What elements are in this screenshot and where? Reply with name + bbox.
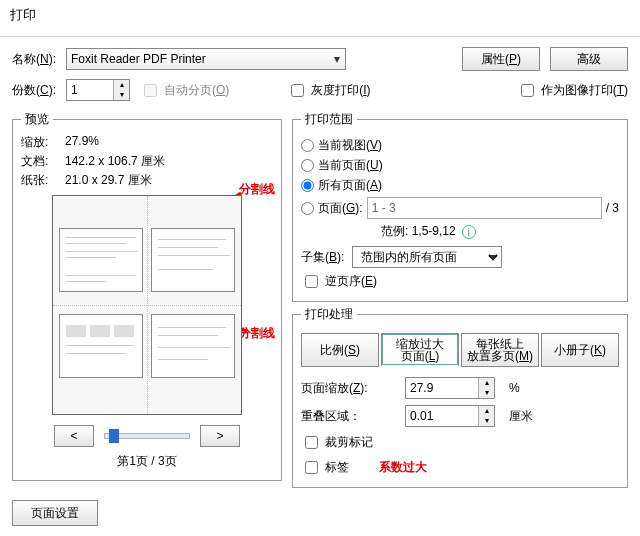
subset-label: 子集(B): — [301, 249, 344, 266]
preview-legend: 预览 — [21, 111, 53, 128]
page-slider[interactable] — [104, 433, 190, 439]
copies-spinner[interactable]: ▴▾ — [66, 79, 130, 101]
print-as-image-checkbox[interactable]: 作为图像打印(T) — [517, 81, 628, 100]
overlap-spinner[interactable]: ▴▾ — [405, 405, 495, 427]
divider — [0, 36, 640, 37]
printer-label: 名称(N): — [12, 51, 56, 68]
tab-multi-page[interactable]: 每张纸上放置多页(M) — [461, 333, 539, 367]
scale-value: 27.9% — [65, 134, 225, 151]
labels-checkbox[interactable]: 标签 — [301, 458, 349, 477]
crop-marks-checkbox[interactable]: 裁剪标记 — [301, 433, 619, 452]
preview-fieldset: 预览 缩放: 27.9% 文档: 142.2 x 106.7 厘米 纸张: 21… — [12, 111, 282, 481]
tab-booklet[interactable]: 小册子(K) — [541, 333, 619, 367]
page-range-input[interactable] — [367, 197, 602, 219]
page-indicator: 第1页 / 3页 — [21, 453, 273, 470]
prev-page-button[interactable]: < — [54, 425, 94, 447]
overlap-label: 重叠区域： — [301, 408, 391, 425]
dialog-title: 打印 — [0, 0, 640, 30]
copies-up[interactable]: ▴ — [113, 80, 129, 90]
print-range-legend: 打印范围 — [301, 111, 357, 128]
overlap-unit: 厘米 — [509, 408, 533, 425]
page-total: / 3 — [606, 201, 619, 215]
zoom-down[interactable]: ▾ — [478, 388, 494, 398]
print-handling-legend: 打印处理 — [301, 306, 357, 323]
scale-label: 缩放: — [21, 134, 65, 151]
copies-label: 份数(C): — [12, 82, 56, 99]
collate-checkbox[interactable]: 自动分页(O) — [140, 81, 229, 100]
tab-fit-large[interactable]: 缩放过大页面(L) — [381, 333, 459, 367]
overlap-input[interactable] — [406, 406, 478, 426]
overlap-down[interactable]: ▾ — [478, 416, 494, 426]
preview-canvas — [52, 195, 242, 415]
range-pages-radio[interactable] — [301, 202, 314, 215]
page-setup-button[interactable]: 页面设置 — [12, 500, 98, 526]
range-example: 范例: 1,5-9,12 — [381, 223, 456, 240]
properties-button[interactable]: 属性(P) — [462, 47, 540, 71]
zoom-up[interactable]: ▴ — [478, 378, 494, 388]
zoom-label: 页面缩放(Z): — [301, 380, 391, 397]
subset-select[interactable]: 范围内的所有页面 — [352, 246, 502, 268]
copies-down[interactable]: ▾ — [113, 90, 129, 100]
range-pages-label: 页面(G): — [318, 200, 363, 217]
zoom-spinner[interactable]: ▴▾ — [405, 377, 495, 399]
advanced-button[interactable]: 高级 — [550, 47, 628, 71]
zoom-input[interactable] — [406, 378, 478, 398]
grayscale-checkbox[interactable]: 灰度打印(I) — [287, 81, 370, 100]
range-current-page[interactable]: 当前页面(U) — [301, 157, 619, 174]
overlap-up[interactable]: ▴ — [478, 406, 494, 416]
zoom-unit: % — [509, 381, 520, 395]
print-range-fieldset: 打印范围 当前视图(V) 当前页面(U) 所有页面(A) 页面(G): / 3 … — [292, 111, 628, 302]
print-handling-fieldset: 打印处理 比例(S) 缩放过大页面(L) 每张纸上放置多页(M) 小册子(K) … — [292, 306, 628, 488]
paper-label: 纸张: — [21, 172, 65, 189]
info-icon[interactable]: i — [462, 225, 476, 239]
range-current-view[interactable]: 当前视图(V) — [301, 137, 619, 154]
warning-text: 系数过大 — [379, 459, 427, 476]
copies-input[interactable] — [67, 80, 113, 100]
reverse-order-checkbox[interactable]: 逆页序(E) — [301, 272, 377, 291]
doc-label: 文档: — [21, 153, 65, 170]
printer-select[interactable]: Foxit Reader PDF Printer — [66, 48, 346, 70]
tab-scale[interactable]: 比例(S) — [301, 333, 379, 367]
doc-value: 142.2 x 106.7 厘米 — [65, 153, 225, 170]
next-page-button[interactable]: > — [200, 425, 240, 447]
range-all-pages[interactable]: 所有页面(A) — [301, 177, 619, 194]
